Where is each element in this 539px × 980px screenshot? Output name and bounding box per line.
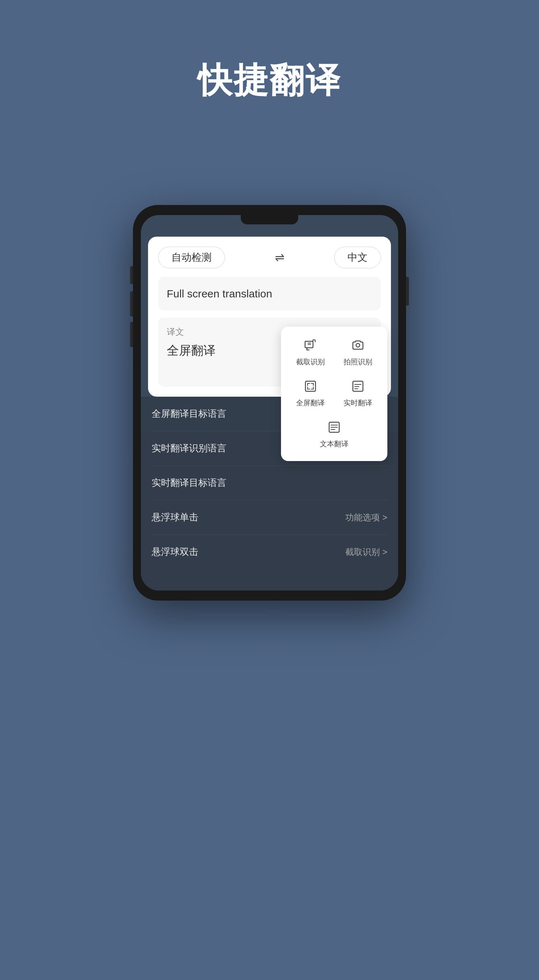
phone-btn-left3 [130,322,133,347]
camera-icon [352,339,365,355]
popup-label-camera: 拍照识别 [344,357,372,367]
phone-btn-left1 [130,266,133,284]
popup-item-text[interactable]: 文本翻译 [313,416,355,454]
action-popup: 截取识别 拍照识别 [281,326,387,461]
popup-grid: 截取识别 拍照识别 [290,334,379,454]
fullscreen-icon [304,380,317,396]
settings-label-float-double: 悬浮球双击 [152,546,198,558]
phone-btn-right [406,277,409,306]
popup-item-realtime[interactable]: 实时翻译 [337,375,379,413]
settings-item-float-double[interactable]: 悬浮球双击 截取识别 > [152,535,387,569]
page-title: 快捷翻译 [198,57,341,104]
settings-label-realtime-source: 实时翻译识别语言 [152,442,227,455]
language-selector-row: 自动检测 ⇌ 中文 [158,247,381,268]
capture-icon [304,339,317,355]
settings-label-float-single: 悬浮球单击 [152,511,198,523]
source-language-button[interactable]: 自动检测 [158,247,225,268]
swap-languages-icon[interactable]: ⇌ [275,251,285,264]
popup-item-fullscreen[interactable]: 全屏翻译 [290,375,331,413]
realtime-icon [352,380,365,396]
phone-screen: 自动检测 ⇌ 中文 Full screen translation 译文 全屏翻… [141,215,398,590]
popup-item-camera[interactable]: 拍照识别 [337,334,379,372]
popup-label-realtime: 实时翻译 [344,398,372,408]
input-text: Full screen translation [167,286,372,302]
popup-item-capture[interactable]: 截取识别 [290,334,331,372]
settings-value-float-double: 截取识别 > [345,546,387,558]
svg-rect-4 [306,381,315,391]
settings-value-float-single: 功能选项 > [345,512,387,523]
input-area[interactable]: Full screen translation [158,277,381,310]
phone-btn-left2 [130,291,133,317]
popup-container: 实时翻译识别语言 实时翻译目标语言 悬浮球单击 功能选项 > 悬浮球双击 截取识… [141,431,398,590]
settings-label-fullscreen-target: 全屏翻译目标语言 [152,407,227,420]
popup-label-text: 文本翻译 [320,439,349,449]
phone-shell: 自动检测 ⇌ 中文 Full screen translation 译文 全屏翻… [133,205,406,601]
target-language-button[interactable]: 中文 [334,247,381,268]
svg-point-3 [356,344,360,347]
popup-label-fullscreen: 全屏翻译 [296,398,325,408]
settings-item-float-single[interactable]: 悬浮球单击 功能选项 > [152,500,387,535]
settings-label-realtime-target: 实时翻译目标语言 [152,477,227,489]
text-icon [328,421,341,437]
phone-notch [241,215,298,224]
popup-label-capture: 截取识别 [296,357,325,367]
settings-item-realtime-target[interactable]: 实时翻译目标语言 [152,466,387,500]
